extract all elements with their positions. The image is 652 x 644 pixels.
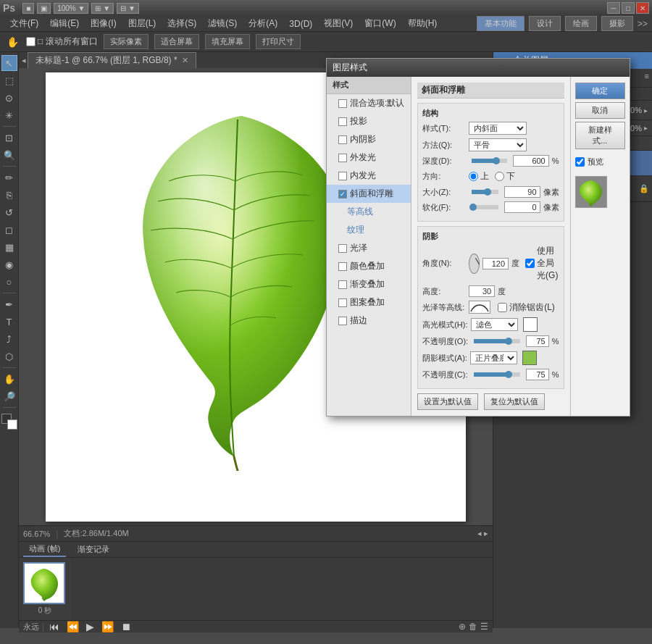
cancel-button[interactable]: 取消 (575, 102, 625, 119)
gloss-contour-thumb[interactable] (469, 301, 490, 314)
play-prev-frame[interactable]: ⏪ (64, 621, 81, 632)
brush-tool[interactable]: ✏ (1, 170, 17, 185)
global-light-label[interactable]: 使用全局光(G) (525, 245, 559, 282)
style-texture[interactable]: 纹理 (327, 221, 411, 239)
crop-tool[interactable]: ⊡ (1, 130, 17, 146)
depth-input[interactable] (513, 155, 549, 167)
menu-analysis[interactable]: 分析(A) (243, 16, 283, 31)
document-tab-close[interactable]: ✕ (182, 56, 188, 65)
lasso-tool[interactable]: ⊙ (1, 90, 17, 106)
duplicate-frame[interactable]: ⊕ (459, 622, 466, 632)
menu-help[interactable]: 帮助(H) (402, 16, 443, 31)
title-btn-2[interactable]: ▣ (37, 3, 51, 14)
shadow-mode-select[interactable]: 正片叠底 (470, 351, 517, 364)
global-light-checkbox[interactable] (525, 259, 535, 268)
workspace-basic[interactable]: 基本功能 (477, 16, 524, 31)
shape-tool[interactable]: ⬡ (1, 348, 17, 364)
print-size-button[interactable]: 打印尺寸 (256, 34, 301, 49)
depth-slider-thumb[interactable] (493, 157, 500, 164)
play-button[interactable]: ▶ (84, 621, 96, 632)
type-tool[interactable]: T (1, 314, 17, 330)
menu-image[interactable]: 图像(I) (85, 16, 122, 31)
soften-input[interactable] (504, 201, 540, 213)
style-select[interactable]: 内斜面 (469, 122, 527, 135)
shadow-opacity-input[interactable] (526, 369, 549, 380)
shadow-opacity-thumb[interactable] (505, 371, 512, 378)
highlight-color-box[interactable] (523, 317, 538, 332)
direction-down-label[interactable]: 下 (495, 170, 515, 183)
document-tab[interactable]: 未标题-1 @ 66.7% (图层 1, RGB/8) * ✕ (28, 52, 196, 69)
style-pattern-overlay[interactable]: 图案叠加 (327, 293, 411, 311)
menu-select[interactable]: 选择(S) (162, 16, 202, 31)
style-bevel-emboss[interactable]: ✓ 斜面和浮雕 (327, 185, 411, 203)
reset-default-button[interactable]: 复位为默认值 (484, 393, 545, 410)
color-swatches[interactable] (1, 414, 17, 430)
play-next-frame[interactable]: ⏩ (99, 621, 116, 632)
highlight-opacity-slider[interactable] (474, 339, 520, 343)
loop-select[interactable]: 永远 (23, 622, 39, 632)
pen-tool[interactable]: ✒ (1, 296, 17, 312)
preview-checkbox[interactable] (575, 157, 585, 167)
minimize-button[interactable]: ─ (607, 2, 620, 14)
shadow-color-box[interactable] (522, 351, 537, 365)
style-inner-shadow[interactable]: 内阴影 (327, 130, 411, 149)
title-btn-1[interactable]: ■ (22, 3, 34, 14)
altitude-input[interactable] (469, 285, 495, 297)
shadow-opacity-slider[interactable] (474, 372, 520, 377)
stop-button[interactable]: ⏹ (119, 621, 133, 632)
menu-edit[interactable]: 编辑(E) (44, 16, 85, 31)
technique-select[interactable]: 平骨 (469, 138, 527, 151)
hand-tool[interactable]: ✋ (1, 371, 17, 387)
style-inner-glow[interactable]: 内发光 (327, 167, 411, 185)
title-btn-3[interactable]: ⊞ ▼ (91, 3, 114, 14)
menu-view[interactable]: 视图(V) (318, 16, 359, 31)
menu-3d[interactable]: 3D(D) (283, 17, 318, 30)
timeline-tab-video[interactable]: 渐变记录 (72, 543, 115, 556)
play-first-frame[interactable]: ⏮ (47, 621, 62, 632)
direction-down-radio[interactable] (495, 172, 504, 181)
blur-tool[interactable]: ◉ (1, 256, 17, 272)
soften-slider-thumb[interactable] (469, 204, 477, 211)
highlight-mode-select[interactable]: 滤色 (471, 318, 518, 331)
eyedropper-tool[interactable]: 🔍 (1, 147, 17, 163)
scroll-indicator[interactable]: ◂ ▸ (477, 529, 488, 538)
angle-input[interactable] (482, 258, 509, 269)
menu-window[interactable]: 窗口(W) (359, 16, 401, 31)
actual-pixels-button[interactable]: 实际像素 (104, 34, 149, 49)
zoom-tool[interactable]: 🔎 (1, 388, 17, 404)
style-color-overlay[interactable]: 颜色叠加 (327, 257, 411, 275)
style-stroke[interactable]: 描边 (327, 311, 411, 330)
history-brush-tool[interactable]: ↺ (1, 204, 17, 220)
style-blend-options[interactable]: 混合选项:默认 (327, 94, 411, 112)
menu-file[interactable]: 文件(F) (4, 16, 44, 31)
panel-menu-icon[interactable]: ≡ (645, 72, 649, 84)
fit-screen-button[interactable]: 适合屏幕 (154, 34, 199, 49)
style-drop-shadow[interactable]: 投影 (327, 112, 411, 130)
maximize-button[interactable]: □ (622, 2, 635, 14)
magic-wand-tool[interactable]: ✳ (1, 107, 17, 123)
anti-alias-label[interactable]: 消除锯齿(L) (498, 301, 555, 314)
title-btn-4[interactable]: ⊟ ▼ (117, 3, 139, 14)
zoom-indicator[interactable]: 66.67% (23, 530, 50, 538)
background-color[interactable] (7, 419, 17, 430)
path-select-tool[interactable]: ⤴ (1, 331, 17, 347)
style-contour[interactable]: 等高线 (327, 203, 411, 221)
eraser-tool[interactable]: ◻ (1, 222, 17, 238)
depth-slider[interactable] (472, 159, 507, 163)
angle-dial[interactable] (469, 254, 480, 274)
fill-screen-button[interactable]: 填充屏幕 (205, 34, 250, 49)
workspace-paint[interactable]: 绘画 (565, 16, 597, 31)
direction-up-radio[interactable] (469, 172, 478, 181)
opacity-arrow[interactable]: ▸ (644, 106, 648, 114)
new-style-button[interactable]: 新建样式... (575, 122, 625, 149)
fill-arrow[interactable]: ▸ (644, 124, 648, 132)
size-input[interactable] (504, 186, 540, 198)
dodge-tool[interactable]: ○ (1, 274, 17, 290)
tab-scroll-left[interactable]: ◂ (22, 56, 28, 65)
style-gradient-overlay[interactable]: 渐变叠加 (327, 275, 411, 293)
close-button[interactable]: ✕ (636, 2, 649, 14)
delete-frame[interactable]: 🗑 (469, 622, 477, 632)
timeline-tab-frames[interactable]: 动画 (帧) (23, 542, 66, 557)
direction-up-label[interactable]: 上 (469, 170, 489, 183)
anti-alias-checkbox[interactable] (498, 303, 507, 312)
